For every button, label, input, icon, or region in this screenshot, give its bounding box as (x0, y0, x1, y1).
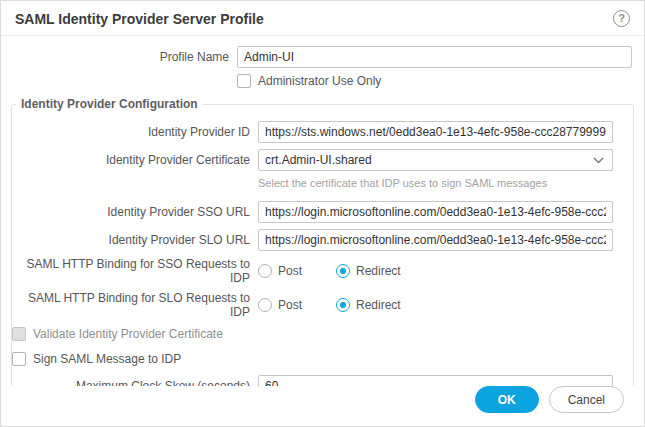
slo-url-input[interactable] (258, 229, 613, 251)
admin-use-only-row: Administrator Use Only (1, 74, 632, 91)
checkbox-icon (12, 327, 26, 341)
sso-binding-post-radio[interactable]: Post (258, 264, 302, 278)
sso-url-label: Identity Provider SSO URL (12, 205, 258, 219)
checkbox-label: Sign SAML Message to IDP (33, 352, 181, 366)
idp-id-row: Identity Provider ID (12, 121, 613, 143)
checkbox-icon (237, 74, 251, 88)
sso-binding-label: SAML HTTP Binding for SSO Requests to ID… (12, 257, 258, 285)
group-title: Identity Provider Configuration (16, 97, 203, 111)
radio-label: Redirect (356, 264, 401, 278)
identity-provider-configuration-group: Identity Provider Configuration Identity… (11, 97, 634, 414)
validate-idp-certificate-checkbox[interactable]: Validate Identity Provider Certificate (12, 327, 223, 341)
radio-label: Post (278, 264, 302, 278)
sign-saml-row: Sign SAML Message to IDP (12, 352, 617, 369)
idp-certificate-row: Identity Provider Certificate crt.Admin-… (12, 149, 613, 171)
checkbox-icon (12, 352, 26, 366)
idp-certificate-select[interactable]: crt.Admin-UI.shared (258, 149, 613, 171)
chevron-down-icon (593, 153, 604, 167)
sign-saml-message-checkbox[interactable]: Sign SAML Message to IDP (12, 352, 181, 366)
sso-binding-row: SAML HTTP Binding for SSO Requests to ID… (12, 257, 613, 285)
ok-button[interactable]: OK (475, 386, 539, 413)
select-value: crt.Admin-UI.shared (265, 153, 372, 167)
sso-url-input[interactable] (258, 201, 613, 223)
dialog-footer: OK Cancel (1, 386, 644, 426)
sso-binding-redirect-radio[interactable]: Redirect (336, 264, 401, 278)
dialog-title: SAML Identity Provider Server Profile (15, 11, 264, 27)
slo-binding-redirect-radio[interactable]: Redirect (336, 298, 401, 312)
radio-icon (336, 298, 350, 312)
administrator-use-only-checkbox[interactable]: Administrator Use Only (237, 74, 381, 88)
radio-icon (258, 298, 272, 312)
slo-binding-post-radio[interactable]: Post (258, 298, 302, 312)
profile-name-input[interactable] (237, 46, 632, 68)
saml-idp-profile-dialog: SAML Identity Provider Server Profile ? … (0, 0, 645, 427)
slo-url-label: Identity Provider SLO URL (12, 233, 258, 247)
help-icon[interactable]: ? (613, 10, 630, 27)
slo-binding-label: SAML HTTP Binding for SLO Requests to ID… (12, 291, 258, 319)
cancel-button[interactable]: Cancel (549, 386, 624, 413)
idp-certificate-helper-text: Select the certificate that IDP uses to … (258, 177, 617, 189)
radio-label: Redirect (356, 298, 401, 312)
dialog-header: SAML Identity Provider Server Profile ? (1, 1, 644, 36)
radio-icon (336, 264, 350, 278)
slo-url-row: Identity Provider SLO URL (12, 229, 613, 251)
slo-binding-row: SAML HTTP Binding for SLO Requests to ID… (12, 291, 613, 319)
sso-url-row: Identity Provider SSO URL (12, 201, 613, 223)
radio-icon (258, 264, 272, 278)
profile-name-label: Profile Name (1, 50, 237, 64)
radio-label: Post (278, 298, 302, 312)
validate-cert-row: Validate Identity Provider Certificate (12, 327, 617, 344)
profile-name-row: Profile Name (1, 46, 632, 68)
idp-id-input[interactable] (258, 121, 613, 143)
idp-id-label: Identity Provider ID (12, 125, 258, 139)
checkbox-label: Validate Identity Provider Certificate (33, 327, 223, 341)
checkbox-label: Administrator Use Only (258, 74, 381, 88)
idp-certificate-label: Identity Provider Certificate (12, 153, 258, 167)
